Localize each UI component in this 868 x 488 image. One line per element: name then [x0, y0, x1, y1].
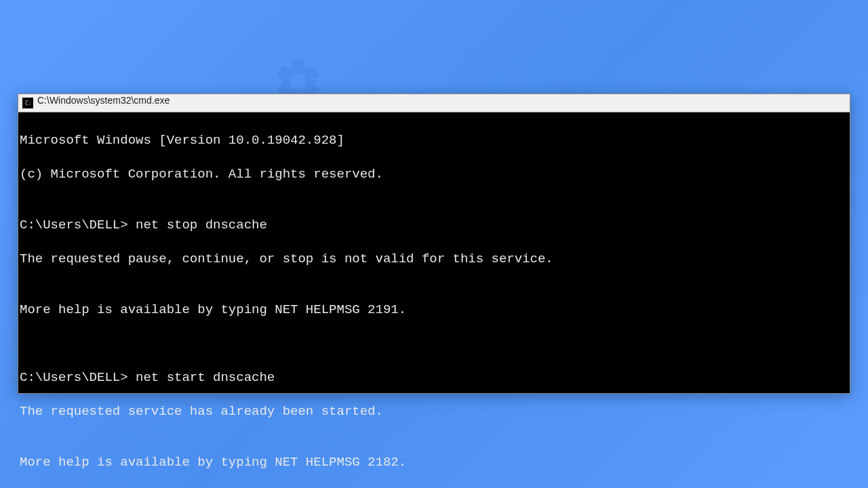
terminal-line: The requested service has already been s… [20, 403, 848, 420]
terminal-output[interactable]: Microsoft Windows [Version 10.0.19042.92… [18, 113, 850, 488]
svg-text:C:\: C:\ [25, 100, 32, 106]
terminal-line: (c) Microsoft Corporation. All rights re… [20, 166, 848, 183]
terminal-line: Microsoft Windows [Version 10.0.19042.92… [20, 132, 848, 149]
terminal-line: C:\Users\DELL> net start dnscache [20, 369, 848, 386]
cmd-window[interactable]: C:\ C:\Windows\system32\cmd.exe Microsof… [18, 94, 850, 394]
terminal-line: C:\Users\DELL> net stop dnscache [20, 217, 848, 234]
terminal-line: More help is available by typing NET HEL… [20, 454, 848, 471]
titlebar[interactable]: C:\ C:\Windows\system32\cmd.exe [18, 94, 850, 113]
terminal-line: The requested pause, continue, or stop i… [20, 251, 848, 268]
cmd-icon: C:\ [22, 98, 33, 108]
terminal-line: More help is available by typing NET HEL… [20, 302, 848, 319]
window-title: C:\Windows\system32\cmd.exe [37, 95, 170, 106]
